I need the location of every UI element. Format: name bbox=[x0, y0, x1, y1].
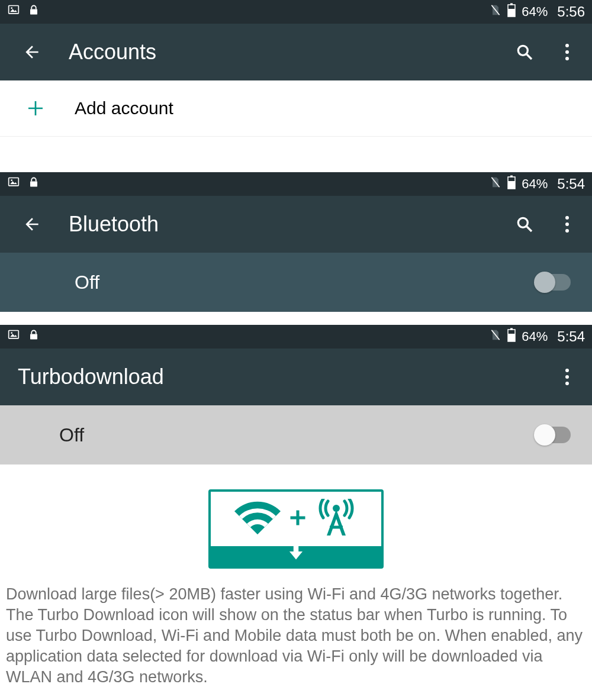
svg-rect-16 bbox=[30, 182, 37, 187]
screenshot-icon bbox=[7, 176, 20, 192]
bluetooth-state-label: Off bbox=[75, 272, 535, 293]
screenshot-icon bbox=[7, 329, 20, 344]
back-button[interactable] bbox=[18, 43, 46, 62]
svg-point-23 bbox=[565, 216, 569, 220]
turbo-toggle-row[interactable]: Off bbox=[0, 405, 592, 464]
app-bar-turbo: Turbodownload bbox=[0, 349, 592, 405]
turbo-illustration bbox=[0, 464, 592, 584]
svg-rect-33 bbox=[508, 334, 515, 341]
svg-point-8 bbox=[518, 46, 527, 55]
svg-point-35 bbox=[565, 375, 569, 379]
app-bar-bluetooth: Bluetooth bbox=[0, 196, 592, 253]
page-title: Accounts bbox=[69, 40, 496, 64]
svg-rect-0 bbox=[9, 6, 19, 14]
svg-point-12 bbox=[565, 57, 569, 60]
overflow-menu-button[interactable] bbox=[553, 368, 581, 386]
svg-rect-29 bbox=[30, 334, 37, 340]
overflow-menu-button[interactable] bbox=[553, 215, 581, 233]
svg-rect-39 bbox=[294, 541, 299, 551]
add-account-label: Add account bbox=[75, 98, 173, 118]
screenshot-icon bbox=[7, 4, 20, 20]
svg-line-9 bbox=[527, 54, 532, 59]
battery-percent: 64% bbox=[522, 176, 548, 192]
svg-rect-6 bbox=[510, 4, 513, 5]
svg-rect-19 bbox=[510, 176, 513, 178]
bluetooth-toggle-row[interactable]: Off bbox=[0, 253, 592, 312]
svg-point-10 bbox=[565, 44, 569, 47]
status-bar-bluetooth: 64% 5:54 bbox=[0, 172, 592, 196]
battery-percent: 64% bbox=[522, 329, 548, 344]
svg-rect-20 bbox=[508, 181, 515, 189]
status-bar-turbo: 64% 5:54 bbox=[0, 325, 592, 349]
turbo-switch[interactable] bbox=[535, 427, 571, 443]
svg-point-28 bbox=[11, 332, 12, 334]
lock-icon bbox=[28, 4, 39, 20]
battery-icon bbox=[507, 328, 516, 346]
svg-rect-32 bbox=[510, 328, 513, 330]
back-button[interactable] bbox=[18, 215, 46, 234]
svg-marker-40 bbox=[289, 551, 303, 560]
clock-time: 5:54 bbox=[557, 176, 585, 192]
app-bar-accounts: Accounts bbox=[0, 24, 592, 80]
search-button[interactable] bbox=[510, 215, 539, 234]
overflow-menu-button[interactable] bbox=[553, 43, 581, 61]
wifi-icon bbox=[234, 501, 281, 537]
page-title: Bluetooth bbox=[69, 212, 496, 237]
page-title: Turbodownload bbox=[18, 364, 539, 389]
svg-point-34 bbox=[565, 369, 569, 372]
svg-marker-1 bbox=[10, 9, 17, 12]
svg-point-21 bbox=[518, 218, 527, 227]
svg-point-11 bbox=[565, 50, 569, 54]
svg-point-15 bbox=[11, 179, 12, 181]
svg-point-25 bbox=[565, 229, 569, 233]
turbo-state-label: Off bbox=[59, 424, 535, 446]
battery-icon bbox=[507, 3, 516, 21]
svg-point-2 bbox=[11, 7, 12, 9]
no-sim-icon bbox=[490, 4, 501, 20]
svg-point-36 bbox=[565, 382, 569, 385]
svg-rect-3 bbox=[30, 9, 37, 15]
plus-icon bbox=[289, 509, 307, 529]
battery-percent: 64% bbox=[522, 4, 548, 20]
clock-time: 5:54 bbox=[557, 328, 585, 345]
svg-rect-13 bbox=[9, 178, 19, 186]
clock-time: 5:56 bbox=[557, 4, 585, 20]
svg-point-24 bbox=[565, 222, 569, 226]
lock-icon bbox=[28, 176, 39, 192]
add-account-item[interactable]: Add account bbox=[0, 80, 592, 136]
turbo-description: Download large files(> 20MB) faster usin… bbox=[0, 584, 592, 688]
no-sim-icon bbox=[490, 328, 501, 345]
svg-marker-14 bbox=[10, 181, 17, 184]
cell-tower-icon bbox=[315, 499, 358, 539]
svg-rect-26 bbox=[9, 331, 19, 338]
lock-icon bbox=[28, 328, 39, 345]
status-bar-accounts: 64% 5:56 bbox=[0, 0, 592, 24]
svg-marker-27 bbox=[10, 334, 17, 337]
svg-rect-7 bbox=[508, 9, 515, 17]
no-sim-icon bbox=[490, 176, 501, 192]
svg-line-22 bbox=[527, 227, 532, 231]
download-arrow-icon bbox=[286, 546, 306, 564]
search-button[interactable] bbox=[510, 43, 539, 62]
battery-icon bbox=[507, 175, 516, 193]
bluetooth-switch[interactable] bbox=[535, 274, 571, 291]
plus-icon bbox=[24, 99, 47, 118]
